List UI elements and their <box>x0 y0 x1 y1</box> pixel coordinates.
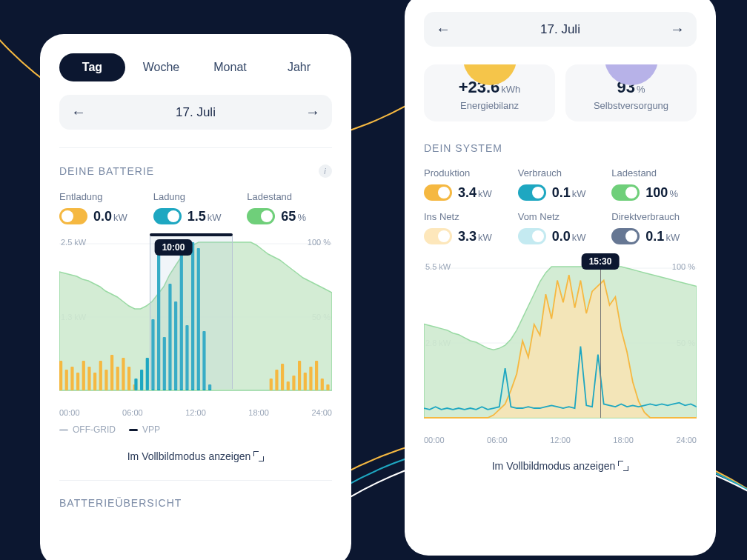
metric-vomnetz: Vom Netz 0.0kW <box>518 211 603 244</box>
svg-rect-24 <box>287 381 290 390</box>
battery-metrics: Entladung 0.0kW Ladung 1.5kW Ladestand 6… <box>59 191 332 224</box>
svg-rect-13 <box>93 373 96 390</box>
svg-rect-19 <box>127 367 130 390</box>
system-metrics-row2: Ins Netz 3.3kW Vom Netz 0.0kW Direktverb… <box>424 211 697 244</box>
svg-text:100 %: 100 % <box>672 262 695 271</box>
svg-rect-11 <box>82 361 85 390</box>
metric-entladung: Entladung 0.0kW <box>59 191 145 224</box>
svg-rect-8 <box>65 370 68 390</box>
selection-range[interactable] <box>150 236 233 389</box>
svg-rect-17 <box>116 367 119 390</box>
date-label: 17. Juli <box>540 22 580 37</box>
phone-system: ← 17. Juli → +23.6kWh Energiebilanz 93% … <box>405 0 716 556</box>
tab-jahr[interactable]: Jahr <box>266 53 332 81</box>
battery-legend: OFF-GRID VPP <box>59 424 332 435</box>
toggle-verbrauch[interactable] <box>518 184 546 201</box>
toggle-ladestand-sys[interactable] <box>611 184 640 201</box>
divider <box>59 480 332 481</box>
svg-rect-21 <box>270 379 273 390</box>
info-icon[interactable]: i <box>319 164 332 178</box>
summary-cards: +23.6kWh Energiebilanz 93% Selbstversorg… <box>424 64 697 121</box>
battery-section-title: DEINE BATTERIE i <box>59 164 332 178</box>
chart-tooltip: 15:30 <box>582 253 620 270</box>
svg-rect-9 <box>70 367 73 390</box>
svg-rect-12 <box>87 367 90 390</box>
svg-rect-25 <box>292 376 295 390</box>
metric-ladung: Ladung 1.5kW <box>153 191 239 224</box>
fullscreen-button[interactable]: Im Vollbildmodus anzeigen <box>424 459 697 472</box>
date-navigator: ← 17. Juli → <box>59 95 332 130</box>
fullscreen-button[interactable]: Im Vollbildmodus anzeigen <box>59 450 332 462</box>
toggle-ladung[interactable] <box>153 208 182 224</box>
svg-rect-14 <box>99 361 102 390</box>
divider <box>59 147 332 148</box>
svg-text:100 %: 100 % <box>308 238 331 247</box>
svg-rect-18 <box>122 358 124 390</box>
toggle-direktverbrauch[interactable] <box>611 228 640 244</box>
svg-rect-34 <box>146 358 149 390</box>
toggle-vomnetz[interactable] <box>518 228 546 244</box>
tab-woche[interactable]: Woche <box>128 53 194 81</box>
toggle-insnetz[interactable] <box>424 228 452 244</box>
svg-text:2.5 kW: 2.5 kW <box>61 238 87 247</box>
system-chart[interactable]: 15:30 5.5 kW2.8 kW100 %50 % <box>424 255 697 433</box>
svg-rect-7 <box>59 361 62 390</box>
date-label: 17. Juli <box>176 105 216 120</box>
card-energiebilanz[interactable]: +23.6kWh Energiebilanz <box>424 64 555 121</box>
battery-x-axis: 00:0006:0012:0018:0024:00 <box>59 408 332 417</box>
date-navigator: ← 17. Juli → <box>424 12 697 47</box>
card-selbstversorgung[interactable]: 93% Selbstversorgung <box>565 64 697 121</box>
svg-rect-10 <box>76 373 79 390</box>
toggle-produktion[interactable] <box>424 184 452 201</box>
svg-rect-31 <box>326 384 329 390</box>
svg-rect-16 <box>110 355 113 390</box>
svg-text:5.5 kW: 5.5 kW <box>425 262 451 271</box>
chart-crosshair[interactable] <box>600 255 601 418</box>
system-metrics-row1: Produktion 3.4kW Verbrauch 0.1kW Ladesta… <box>424 167 697 201</box>
svg-rect-27 <box>304 373 307 390</box>
chart-tooltip: 10:00 <box>155 239 193 256</box>
svg-rect-32 <box>134 379 137 390</box>
next-day-icon[interactable]: → <box>305 104 320 121</box>
overview-section-title: BATTERIEÜBERSICHT <box>59 497 332 509</box>
prev-day-icon[interactable]: ← <box>436 21 451 38</box>
expand-icon <box>618 461 628 471</box>
metric-produktion: Produktion 3.4kW <box>424 167 509 201</box>
expand-icon <box>253 451 264 461</box>
svg-rect-22 <box>275 370 278 390</box>
svg-rect-28 <box>309 367 312 390</box>
metric-direktverbrauch: Direktverbrauch 0.1kW <box>611 211 697 244</box>
tab-monat[interactable]: Monat <box>197 53 263 81</box>
svg-rect-29 <box>315 361 318 390</box>
toggle-entladung[interactable] <box>59 208 87 224</box>
svg-rect-15 <box>104 370 107 390</box>
metric-insnetz: Ins Netz 3.3kW <box>424 211 509 244</box>
next-day-icon[interactable]: → <box>670 21 685 38</box>
svg-rect-33 <box>140 370 143 390</box>
system-x-axis: 00:0006:0012:0018:0024:00 <box>424 436 697 444</box>
metric-ladestand-sys: Ladestand 100% <box>611 167 697 201</box>
svg-rect-30 <box>321 379 324 390</box>
system-section-title: DEIN SYSTEM <box>424 142 697 154</box>
svg-rect-23 <box>281 364 284 390</box>
metric-ladestand: Ladestand 65% <box>247 191 332 224</box>
prev-day-icon[interactable]: ← <box>71 104 86 121</box>
battery-chart[interactable]: 10:00 2.5 kW1.3 kW100 %50 % <box>59 235 332 405</box>
tab-tag[interactable]: Tag <box>59 53 125 81</box>
phone-battery: Tag Woche Monat Jahr ← 17. Juli → DEINE … <box>40 34 351 560</box>
toggle-ladestand[interactable] <box>247 208 275 224</box>
metric-verbrauch: Verbrauch 0.1kW <box>518 167 603 201</box>
time-range-tabs: Tag Woche Monat Jahr <box>59 53 332 81</box>
svg-rect-26 <box>298 361 301 390</box>
